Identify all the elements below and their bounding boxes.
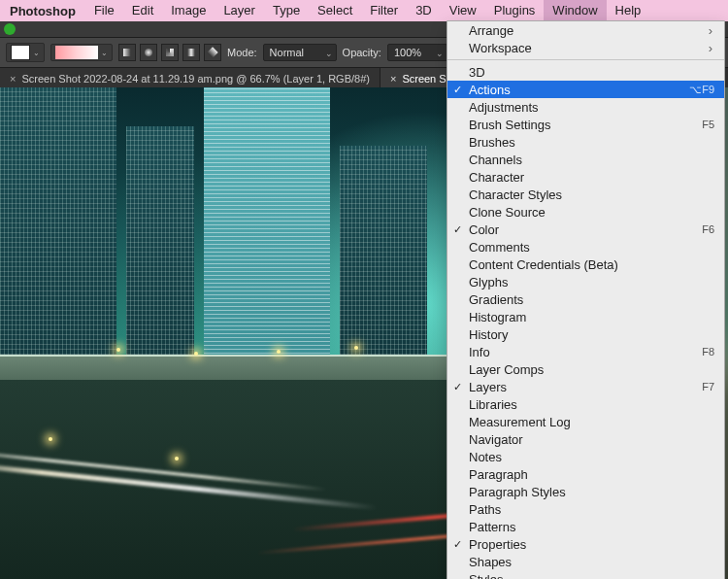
menu-type[interactable]: Type: [264, 0, 309, 21]
menu-item-glyphs[interactable]: Glyphs: [447, 273, 724, 290]
shortcut-label: F8: [702, 346, 714, 358]
menu-item-channels[interactable]: Channels: [447, 151, 724, 168]
menu-item-color[interactable]: ✓ColorF6: [447, 221, 724, 238]
foreground-swatch[interactable]: ⌄: [6, 43, 45, 62]
menu-item-label: Adjustments: [469, 100, 539, 115]
shortcut-label: ⌥F9: [689, 84, 714, 96]
menubar: Photoshop FileEditImageLayerTypeSelectFi…: [0, 0, 728, 21]
radial-gradient-icon[interactable]: [140, 44, 157, 61]
menu-item-label: Libraries: [469, 397, 517, 412]
menu-item-label: Actions: [469, 83, 511, 97]
menu-item-label: Layers: [469, 380, 507, 394]
menu-item-libraries[interactable]: Libraries: [447, 395, 724, 413]
menu-file[interactable]: File: [85, 0, 123, 21]
menu-item-layers[interactable]: ✓LayersF7: [447, 378, 724, 395]
menu-item-label: History: [469, 327, 508, 342]
menu-filter[interactable]: Filter: [361, 0, 407, 21]
tab-label: Screen Shot 2022-08-24 at 11.29.19 am.pn…: [21, 73, 370, 85]
menu-item-measurement-log[interactable]: Measurement Log: [447, 413, 724, 430]
menu-item-label: Measurement Log: [469, 415, 571, 429]
menu-item-gradients[interactable]: Gradients: [447, 290, 724, 308]
angle-gradient-icon[interactable]: [161, 44, 179, 61]
diamond-gradient-icon[interactable]: [204, 44, 221, 61]
menu-item-label: Brushes: [469, 135, 515, 150]
gradient-preview[interactable]: ⌄: [50, 44, 113, 61]
menu-item-brush-settings[interactable]: Brush SettingsF5: [447, 116, 724, 133]
menu-item-label: Notes: [469, 450, 502, 464]
menu-item-layer-comps[interactable]: Layer Comps: [447, 360, 724, 378]
menu-item-paths[interactable]: Paths: [447, 500, 724, 518]
menu-item-label: Character: [469, 170, 524, 185]
menu-window[interactable]: Window: [544, 0, 606, 21]
menu-item-adjustments[interactable]: Adjustments: [447, 98, 724, 116]
shortcut-label: F6: [702, 223, 714, 235]
menu-item-label: Properties: [469, 537, 526, 552]
menu-item-arrange[interactable]: Arrange›: [447, 21, 724, 39]
menu-item-label: Info: [469, 345, 490, 359]
submenu-icon: ›: [709, 41, 714, 55]
menu-item-shapes[interactable]: Shapes: [447, 553, 724, 570]
menu-help[interactable]: Help: [607, 0, 650, 21]
menu-item-label: Comments: [469, 240, 530, 255]
menu-item-label: Paragraph Styles: [469, 485, 566, 499]
menu-item-navigator[interactable]: Navigator: [447, 430, 724, 448]
gradient-type-group: [118, 44, 221, 61]
menu-item-character-styles[interactable]: Character Styles: [447, 186, 724, 203]
menu-item-comments[interactable]: Comments: [447, 238, 724, 255]
mode-label: Mode:: [227, 47, 257, 58]
menu-item-label: Paths: [469, 502, 501, 517]
menu-item-label: Shapes: [469, 555, 512, 569]
menu-item-clone-source[interactable]: Clone Source: [447, 203, 724, 221]
close-icon[interactable]: ×: [390, 73, 396, 85]
opacity-label: Opacity:: [343, 47, 381, 58]
menu-item-paragraph[interactable]: Paragraph: [447, 465, 724, 483]
add-document-icon[interactable]: [4, 23, 16, 35]
check-icon: ✓: [453, 381, 462, 393]
menu-item-brushes[interactable]: Brushes: [447, 133, 724, 151]
menu-3d[interactable]: 3D: [407, 0, 441, 21]
menu-edit[interactable]: Edit: [123, 0, 162, 21]
menu-item-history[interactable]: History: [447, 325, 724, 343]
shortcut-label: F5: [702, 119, 714, 130]
menu-item-notes[interactable]: Notes: [447, 448, 724, 465]
menu-layer[interactable]: Layer: [215, 0, 264, 21]
menu-select[interactable]: Select: [309, 0, 361, 21]
menu-item-patterns[interactable]: Patterns: [447, 518, 724, 535]
menu-item-label: Patterns: [469, 520, 515, 534]
menu-item-paragraph-styles[interactable]: Paragraph Styles: [447, 483, 724, 500]
menu-item-label: Character Styles: [469, 187, 562, 202]
menu-item-actions[interactable]: ✓Actions⌥F9: [447, 81, 724, 98]
document-tab[interactable]: ×Screen Shot 2022-08-24 at 11.29.19 am.p…: [0, 68, 381, 89]
menu-item-properties[interactable]: ✓Properties: [447, 535, 724, 553]
menu-item-3d[interactable]: 3D: [447, 63, 724, 81]
check-icon: ✓: [453, 223, 462, 236]
menu-item-content-credentials-beta-[interactable]: Content Credentials (Beta): [447, 255, 724, 273]
menu-item-info[interactable]: InfoF8: [447, 343, 724, 360]
menu-item-histogram[interactable]: Histogram: [447, 308, 724, 325]
opacity-select[interactable]: 100%: [387, 44, 447, 61]
menu-item-label: Paragraph: [469, 467, 528, 482]
menu-item-label: Gradients: [469, 292, 523, 307]
menu-item-label: Channels: [469, 153, 522, 167]
menu-item-label: Styles: [469, 572, 503, 580]
menu-item-label: Glyphs: [469, 275, 508, 290]
close-icon[interactable]: ×: [10, 73, 16, 85]
window-menu-dropdown: Arrange›Workspace›3D✓Actions⌥F9Adjustmen…: [447, 20, 725, 579]
linear-gradient-icon[interactable]: [118, 44, 136, 61]
menu-item-label: Brush Settings: [469, 118, 551, 132]
submenu-icon: ›: [709, 23, 714, 38]
menu-item-label: 3D: [469, 65, 485, 80]
menu-view[interactable]: View: [441, 0, 485, 21]
menu-plugins[interactable]: Plugins: [485, 0, 545, 21]
menu-item-label: Color: [469, 222, 499, 237]
check-icon: ✓: [453, 84, 462, 96]
reflected-gradient-icon[interactable]: [182, 44, 200, 61]
menu-item-workspace[interactable]: Workspace›: [447, 39, 724, 56]
app-name: Photoshop: [0, 4, 85, 18]
menu-item-character[interactable]: Character: [447, 168, 724, 186]
menu-item-styles[interactable]: Styles: [447, 570, 724, 579]
menu-image[interactable]: Image: [162, 0, 215, 21]
menu-item-label: Histogram: [469, 310, 526, 324]
mode-select[interactable]: Normal: [263, 44, 337, 61]
menu-item-label: Layer Comps: [469, 362, 544, 377]
